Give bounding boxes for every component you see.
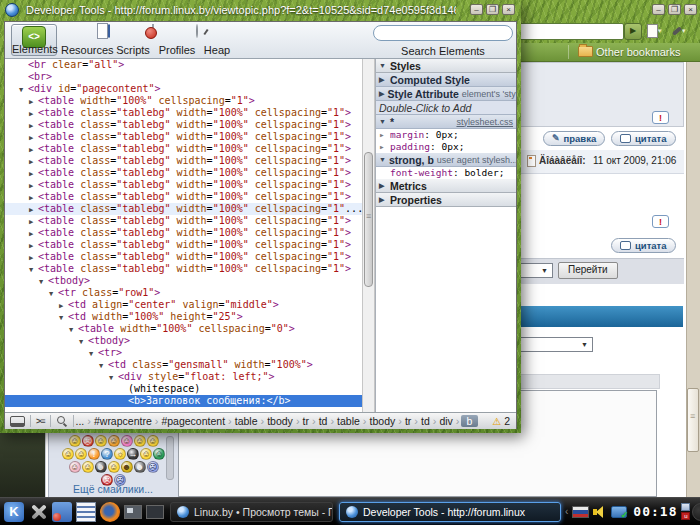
- smiley-icon[interactable]: ☺: [108, 461, 120, 473]
- tree-row[interactable]: ▶<table width="100%" cellspacing="1">: [5, 95, 362, 107]
- system-tools-icon[interactable]: [28, 502, 48, 522]
- tree-row[interactable]: ▶<table class="tablebg" width="100%" cel…: [5, 251, 362, 263]
- triangle-down-icon[interactable]: ▼: [59, 312, 68, 324]
- tab-heap[interactable]: Heap: [201, 24, 233, 56]
- tray-expander-icon[interactable]: ‹: [565, 506, 568, 517]
- triangle-down-icon[interactable]: ▼: [69, 324, 78, 336]
- tab-resources[interactable]: Resources: [61, 24, 109, 56]
- devtools-maximize-icon[interactable]: ❐: [486, 4, 499, 15]
- breadcrumb-item[interactable]: tbody: [265, 415, 295, 427]
- breadcrumb-item[interactable]: div: [437, 415, 454, 427]
- tab-elements[interactable]: <> Elements: [11, 24, 57, 56]
- breadcrumb-item[interactable]: tr: [301, 415, 311, 427]
- tree-row[interactable]: ▶<table class="tablebg" width="100%" cel…: [5, 227, 362, 239]
- taskbar-task-browser[interactable]: Linux.by • Просмотр темы - Пробл: [170, 502, 333, 522]
- strongb-rule-header[interactable]: ▼strong, buser agent stylesh...: [376, 153, 516, 167]
- smiley-icon[interactable]: ☺: [153, 448, 165, 460]
- browser-scrollbar-thumb[interactable]: [687, 388, 699, 452]
- triangle-down-icon[interactable]: ▼: [79, 336, 88, 348]
- tree-row[interactable]: ▼<td class="gensmall" width="100%">: [5, 359, 362, 371]
- metrics-section-header[interactable]: ▶Metrics: [376, 179, 516, 193]
- breadcrumb-item[interactable]: table: [233, 415, 260, 427]
- smiley-icon[interactable]: ☻: [134, 461, 146, 473]
- smiley-icon[interactable]: ☺: [62, 448, 74, 460]
- smiley-icon[interactable]: ☺: [147, 435, 159, 447]
- triangle-down-icon[interactable]: ▼: [99, 360, 108, 372]
- triangle-down-icon[interactable]: ▼: [89, 348, 98, 360]
- search-input[interactable]: [373, 25, 513, 41]
- tab-profiles[interactable]: Profiles: [157, 24, 197, 56]
- report-post-button[interactable]: !: [652, 111, 669, 124]
- smiley-icon[interactable]: ☺: [95, 435, 107, 447]
- tree-row[interactable]: ▶<table class="tablebg" width="100%" cel…: [5, 239, 362, 251]
- breadcrumb-item[interactable]: td: [317, 415, 330, 427]
- browser-minimize-icon[interactable]: –: [652, 4, 665, 15]
- dock-side-icon[interactable]: [10, 416, 25, 427]
- text-editor-icon[interactable]: [76, 502, 96, 522]
- pager-desktop-1[interactable]: [124, 505, 142, 519]
- quote-post-button[interactable]: цитата: [611, 131, 676, 146]
- css-property[interactable]: ▶margin: 0px;: [376, 129, 516, 141]
- tree-row[interactable]: ▶<table class="tablebg" width="100%" cel…: [5, 179, 362, 191]
- browser-go-button[interactable]: ▶: [624, 23, 642, 40]
- tree-row[interactable]: ▼<tbody>: [5, 275, 362, 287]
- devtools-minimize-icon[interactable]: –: [470, 4, 483, 15]
- clock[interactable]: 00:18: [633, 504, 677, 519]
- smiley-icon[interactable]: →: [127, 448, 139, 460]
- warning-counter[interactable]: ⚠ 2: [492, 415, 510, 427]
- smiley-icon[interactable]: ☺: [134, 435, 146, 447]
- triangle-down-icon[interactable]: ▼: [29, 264, 38, 276]
- smiley-icon[interactable]: ☹: [147, 461, 159, 473]
- tree-row[interactable]: ▶<table class="tablebg" width="100%" cel…: [5, 203, 362, 215]
- smiley-icon[interactable]: ☺: [121, 435, 133, 447]
- firefox-icon[interactable]: [100, 502, 120, 522]
- breadcrumb-item[interactable]: table: [335, 415, 362, 427]
- triangle-down-icon[interactable]: ▼: [49, 288, 58, 300]
- tree-row[interactable]: ▼<div id="pagecontent">: [5, 83, 362, 95]
- breadcrumb-item[interactable]: tbody: [368, 415, 398, 427]
- smiley-icon[interactable]: ☺: [140, 448, 152, 460]
- tree-row[interactable]: ▼<div style="float: left;">: [5, 371, 362, 383]
- breadcrumb-item[interactable]: #wrapcentre: [92, 415, 154, 427]
- breadcrumb-item[interactable]: td: [419, 415, 432, 427]
- tree-row[interactable]: ▼<tr class="row1">: [5, 287, 362, 299]
- inspect-icon[interactable]: [56, 415, 68, 427]
- css-property[interactable]: ▶padding: 0px;: [376, 141, 516, 153]
- tree-row[interactable]: ▶<table class="tablebg" width="100%" cel…: [5, 191, 362, 203]
- breadcrumb-item[interactable]: ...: [74, 415, 87, 427]
- page-menu-icon[interactable]: ▾: [647, 23, 669, 38]
- css-property[interactable]: font-weight: bolder;: [376, 167, 516, 179]
- network-status-icon[interactable]: [611, 506, 627, 518]
- devtools-close-icon[interactable]: ×: [502, 4, 515, 15]
- smiley-icon[interactable]: ☻: [95, 461, 107, 473]
- wrench-menu-icon[interactable]: ▾: [672, 23, 694, 38]
- kde-menu-icon[interactable]: K: [4, 502, 24, 522]
- tree-row[interactable]: ▶<table class="tablebg" width="100%" cel…: [5, 143, 362, 155]
- clipboard-icon[interactable]: [681, 503, 690, 511]
- star-rule-header[interactable]: ▼*stylesheet.css: [376, 115, 516, 129]
- smiley-icon[interactable]: ☻: [121, 461, 133, 473]
- tree-row[interactable]: ▼<tr>: [5, 347, 362, 359]
- tree-row[interactable]: ▶<table class="tablebg" width="100%" cel…: [5, 155, 362, 167]
- breadcrumb-item[interactable]: tr: [403, 415, 413, 427]
- smiley-icon[interactable]: ☺: [108, 435, 120, 447]
- computed-style-header[interactable]: ▶Computed Style: [376, 73, 516, 87]
- smiley-icon[interactable]: ☹: [82, 435, 94, 447]
- tree-row[interactable]: ▼<td width="100%" height="25">: [5, 311, 362, 323]
- tree-row[interactable]: ▼<table class="tablebg" width="100%" cel…: [5, 263, 362, 275]
- other-bookmarks-button[interactable]: Other bookmarks: [578, 46, 680, 58]
- smiley-icon[interactable]: ☺: [82, 461, 94, 473]
- tree-row[interactable]: ▶<table class="tablebg" width="100%" cel…: [5, 215, 362, 227]
- triangle-down-icon[interactable]: ▼: [39, 276, 48, 288]
- jump-go-button[interactable]: Перейти: [558, 262, 618, 279]
- tree-scrollbar-thumb[interactable]: [364, 152, 373, 287]
- smilies-scrollbar[interactable]: [166, 436, 174, 480]
- triangle-down-icon[interactable]: ▼: [109, 372, 118, 384]
- styles-section-header[interactable]: ▼Styles: [376, 59, 516, 73]
- taskbar-task-devtools[interactable]: Developer Tools - http://forum.linux: [339, 502, 561, 522]
- stylesheet-link[interactable]: stylesheet.css: [456, 115, 513, 129]
- tree-row[interactable]: <br>: [5, 71, 362, 83]
- tree-row[interactable]: <br clear="all">: [5, 59, 362, 71]
- tree-row[interactable]: <b>Заголовок сообщения:</b>: [5, 395, 362, 407]
- tree-row[interactable]: ▼<table width="100%" cellspacing="0">: [5, 323, 362, 335]
